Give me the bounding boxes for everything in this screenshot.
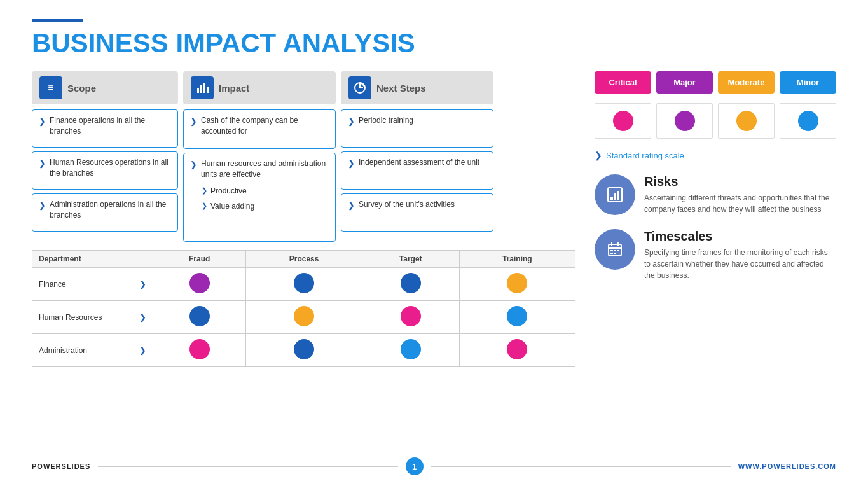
chevron-icon: ❯ [39, 116, 46, 126]
process-dot-2 [294, 339, 314, 359]
target-cell-2 [362, 334, 459, 367]
fraud-dot-1 [189, 306, 210, 326]
right-section: Critical Major Moderate Minor [595, 71, 836, 452]
training-dot-2 [507, 339, 527, 359]
target-dot-2 [401, 339, 421, 359]
svg-rect-12 [609, 247, 621, 249]
standard-rating-link[interactable]: ❯ Standard rating scale [595, 150, 836, 160]
dept-chevron-icon: ❯ [139, 279, 146, 289]
svg-rect-10 [611, 242, 612, 246]
footer-left-text: POWERSLIDES [32, 463, 90, 470]
table-row: Administration❯ [32, 334, 575, 367]
svg-rect-17 [614, 253, 616, 254]
risks-icon [595, 174, 635, 215]
timescales-title: Timescales [644, 229, 836, 244]
svg-rect-16 [610, 253, 613, 254]
minor-dot [798, 111, 818, 131]
nextsteps-label: Next Steps [376, 83, 426, 94]
scope-item-2-text: Human Resources operations in all the br… [50, 157, 171, 179]
rating-dot-critical [595, 103, 651, 139]
training-cell-0 [459, 268, 575, 301]
nextsteps-column: ❯ Periodic training ❯ Independent assess… [341, 109, 493, 242]
major-dot [675, 111, 695, 131]
process-dot-0 [294, 273, 314, 293]
scope-item-3-text: Administration operations in all the bra… [50, 199, 171, 221]
footer-page-number: 1 [406, 457, 424, 475]
svg-rect-11 [617, 242, 619, 246]
chevron-icon: ❯ [348, 116, 355, 126]
impact-item-2-text: Human resources and administration units… [201, 158, 329, 180]
nextstep-item-3-text: Survey of the unit's activities [359, 199, 455, 210]
badge-major: Major [656, 71, 713, 94]
risks-card: Risks Ascertaining different threats and… [595, 174, 836, 215]
rating-dot-major [656, 103, 713, 139]
dept-cell-1: Human Resources❯ [32, 301, 153, 334]
risks-title: Risks [644, 174, 836, 189]
impact-column-header: Impact [183, 71, 336, 104]
page-title: BUSINESS IMPACT ANALYSIS [32, 28, 836, 59]
target-dot-0 [401, 273, 421, 293]
title-part2: ANALYSIS [282, 28, 415, 58]
timescales-icon [595, 229, 635, 270]
svg-rect-1 [200, 85, 202, 93]
department-table: Department Fraud Process Target Training… [32, 250, 575, 367]
nextstep-item-1: ❯ Periodic training [341, 109, 493, 148]
table-header-training: Training [459, 251, 575, 268]
training-cell-2 [459, 334, 575, 367]
dept-cell-2: Administration❯ [32, 334, 153, 367]
dept-cell-0: Finance❯ [32, 268, 153, 301]
sub-chevron-icon: ❯ [202, 186, 207, 195]
header-accent-line [32, 19, 83, 22]
chevron-icon: ❯ [348, 158, 355, 168]
main-content: ≡ Scope Impact Next Steps [32, 71, 836, 452]
nextsteps-icon [348, 76, 371, 99]
target-cell-1 [362, 301, 459, 334]
badge-critical: Critical [595, 71, 651, 94]
nextstep-item-3: ❯ Survey of the unit's activities [341, 193, 493, 232]
training-dot-0 [507, 273, 527, 293]
timescales-card: Timescales Specifying time frames for th… [595, 229, 836, 281]
title-part1: BUSINESS IMPACT [32, 28, 282, 58]
rating-dot-minor [780, 103, 836, 139]
critical-dot [613, 111, 633, 131]
scope-item-3: ❯ Administration operations in all the b… [32, 193, 178, 232]
impact-label: Impact [219, 83, 249, 94]
process-cell-2 [246, 334, 362, 367]
scope-label: Scope [67, 83, 96, 94]
table-header-process: Process [246, 251, 362, 268]
footer: POWERSLIDES 1 WWW.POWERLIDES.COM [32, 452, 836, 475]
scope-item-1: ❯ Finance operations in all the branches [32, 109, 178, 148]
standard-link-text: Standard rating scale [606, 151, 684, 160]
timescales-content: Timescales Specifying time frames for th… [644, 229, 836, 281]
svg-rect-7 [614, 193, 616, 200]
process-cell-1 [246, 301, 362, 334]
svg-rect-3 [207, 87, 209, 93]
training-dot-1 [507, 306, 527, 326]
svg-rect-2 [203, 83, 205, 93]
svg-rect-0 [197, 88, 199, 93]
footer-right-text: WWW.POWERLIDES.COM [738, 463, 836, 470]
impact-subitem-1: ❯ Productive [202, 186, 247, 195]
impact-icon [191, 76, 214, 99]
chevron-icon: ❯ [190, 116, 197, 126]
rows-area: ❯ Finance operations in all the branches… [32, 109, 575, 242]
chevron-icon: ❯ [39, 158, 46, 168]
impact-subitem-2: ❯ Value adding [202, 202, 254, 211]
scope-icon: ≡ [39, 76, 62, 99]
column-headers: ≡ Scope Impact Next Steps [32, 71, 575, 104]
svg-rect-8 [617, 191, 619, 200]
fraud-cell-0 [153, 268, 246, 301]
table-row: Finance❯ [32, 268, 575, 301]
nextstep-item-2: ❯ Independent assessment of the unit [341, 151, 493, 190]
chevron-icon: ❯ [348, 200, 355, 210]
target-cell-0 [362, 268, 459, 301]
rating-badges: Critical Major Moderate Minor [595, 71, 836, 94]
impact-item-1-text: Cash of the company can be accounted for [201, 115, 329, 137]
link-chevron-icon: ❯ [595, 150, 602, 160]
table-header-target: Target [362, 251, 459, 268]
page: BUSINESS IMPACT ANALYSIS ≡ Scope Impact [0, 0, 868, 488]
rating-dot-moderate [718, 103, 775, 139]
badge-minor: Minor [780, 71, 836, 94]
rating-dots [595, 103, 836, 139]
dept-chevron-icon: ❯ [139, 312, 146, 322]
